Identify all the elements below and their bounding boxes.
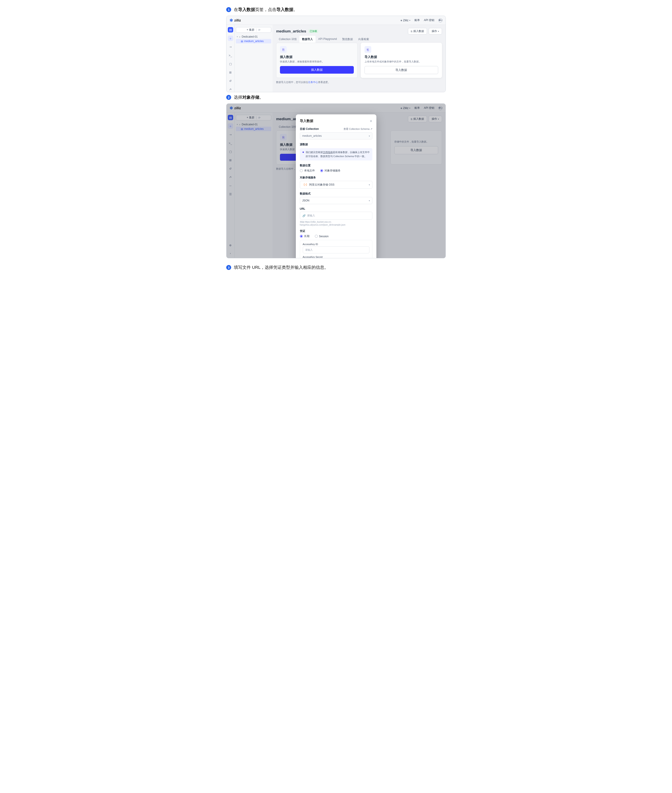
user-menu[interactable]: �ᐯ — [438, 18, 442, 22]
link-icon: 🔗 — [302, 214, 306, 217]
chevron-down-icon: ▾ — [369, 184, 370, 186]
credentials-box: AccessKey ID 请输入 AccessKey Secret 请输入 如何… — [300, 240, 372, 258]
info-icon — [302, 152, 304, 153]
rail-code-icon[interactable]: >_ — [228, 53, 233, 58]
chevron-down-icon: ▾ — [369, 199, 370, 202]
chevron-down-icon: ▾ — [438, 30, 439, 32]
brand-icon: ✻ — [230, 18, 233, 23]
step-3-heading: 3 填写文件 URL，选择凭证类型并输入相应的信息。 — [224, 264, 448, 271]
target-collection-label: 目标 Collection — [300, 127, 319, 131]
view-schema-link[interactable]: 查看 Collection Schema ↗ — [344, 127, 372, 131]
credentials-radio: 长期 Session — [300, 234, 372, 238]
alicloud-icon: 〔-〕 — [302, 183, 309, 186]
info-banner: 我们建议您根据文档指南提前准备数据，以确保上传文件中的字段名称、数据类型与 Co… — [300, 148, 372, 160]
card-title: 插入数据 — [280, 55, 354, 59]
external-link-icon: ↗ — [370, 128, 372, 130]
data-location-label: 数据位置 — [300, 163, 372, 167]
add-cluster-button[interactable]: + 集群 ⟳ — [236, 27, 271, 33]
accesskey-id-label: AccessKey ID — [303, 243, 370, 245]
import-note: 数据导入过程中，您可以前往任务中心查看进度。 — [276, 80, 442, 84]
doc-guide-link[interactable]: 文档指南 — [323, 151, 333, 154]
topbar: ✻ zilliz ⎈ Zilliz ▾ 账单 API 密钥 �ᐯ — [226, 16, 446, 25]
rail-user-icon[interactable]: ዶ — [228, 87, 233, 92]
rail-vector-icon[interactable]: ⟐ — [228, 35, 233, 41]
step-badge: 3 — [226, 265, 231, 270]
tabs: Collection 详情 数据导入 API Playground 预览数据 向… — [276, 36, 442, 43]
accesskey-id-input[interactable]: 请输入 — [303, 247, 370, 253]
step-3-text: 填写文件 URL，选择凭证类型并输入相应的信息。 — [234, 264, 328, 271]
url-label: URL — [300, 207, 372, 210]
chevron-down-icon: ▾ — [369, 135, 370, 137]
apikey-link[interactable]: API 密钥 — [424, 18, 434, 22]
status-badge: 已加载 — [308, 29, 318, 33]
step-1-text: 在导入数据页签，点击导入数据。 — [234, 7, 298, 13]
brand-text: zilliz — [234, 19, 241, 22]
cluster-node[interactable]: ▾ ⟐ Dedicated-01 — [236, 34, 271, 39]
operations-button[interactable]: 操作 ▾ — [429, 28, 442, 34]
left-rail: ▤ ⟐ ⇢ >_ ▢ ⊞ ↺ ዶ — [226, 25, 235, 92]
card-insert-button[interactable]: 插入数据 — [280, 66, 354, 74]
data-location-radio: 本地文件 对象存储服务 — [300, 169, 372, 173]
import-data-card: ⎗ 导入数据 上传本地文件或对象存储中的文件，批量导入数据。 导入数据 — [361, 43, 442, 78]
insert-data-button[interactable]: ⎘ 插入数据 — [408, 28, 427, 34]
step-2-text: 选择对象存储。 — [234, 95, 264, 100]
tab-api-playground[interactable]: API Playground — [315, 36, 339, 43]
main-content: medium_articles 已加载 ⎘ 插入数据 操作 ▾ — [272, 25, 446, 92]
card-title: 导入数据 — [365, 55, 438, 59]
org-selector[interactable]: ⎈ Zilliz ▾ — [400, 19, 410, 22]
tab-preview[interactable]: 预览数据 — [339, 36, 355, 43]
task-center-link[interactable]: 任务中心 — [308, 81, 318, 83]
import-modal: 导入数据 ✕ 目标 Collection 查看 Collection Schem… — [296, 114, 376, 258]
screenshot-1: ✻ zilliz ⎈ Zilliz ▾ 账单 API 密钥 �ᐯ ▤ ⟐ ⇢ >… — [226, 16, 446, 92]
collection-node[interactable]: ▤ medium_articles — [236, 39, 271, 43]
insert-data-card: ⎘ 插入数据 快速插入数据，体验搜索和查询等操作。 插入数据 — [276, 43, 358, 78]
step-2-heading: 2 选择对象存储。 — [224, 95, 448, 100]
tab-import[interactable]: 数据导入 — [299, 36, 315, 43]
step-1-heading: 1 在导入数据页签，点击导入数据。 — [224, 7, 448, 13]
step-badge: 2 — [226, 95, 231, 100]
accesskey-secret-label: AccessKey Secret — [303, 256, 370, 258]
collection-title: medium_articles — [276, 29, 306, 34]
insert-card-icon: ⎘ — [280, 46, 286, 53]
rail-pipeline-icon[interactable]: ⇢ — [228, 44, 233, 50]
card-desc: 快速插入数据，体验搜索和查询等操作。 — [280, 60, 354, 63]
radio-longterm[interactable]: 长期 — [300, 234, 309, 238]
target-collection-select[interactable]: medium_articles ▾ — [300, 132, 372, 139]
source-data-label: 源数据 — [300, 143, 372, 146]
screenshot-2: ✻ zilliz ⎈ Zilliz ▾ 账单 API 密钥 �ᐯ ▤ ⟐ ⇢ >… — [226, 103, 446, 258]
modal-title: 导入数据 — [300, 119, 313, 123]
card-import-button[interactable]: 导入数据 — [365, 66, 438, 74]
data-format-select[interactable]: JSON ▾ — [300, 197, 372, 204]
radio-object-storage[interactable]: 对象存储服务 — [320, 169, 341, 173]
billing-link[interactable]: 账单 — [414, 18, 420, 22]
insert-icon: ⎘ — [411, 30, 413, 33]
rail-history-icon[interactable]: ↺ — [228, 78, 233, 83]
step-badge: 1 — [226, 7, 231, 12]
rail-database-icon[interactable]: ▤ — [228, 27, 233, 32]
refresh-icon[interactable]: ⟳ — [256, 29, 261, 32]
chevron-down-icon: ▾ — [237, 35, 238, 38]
tab-details[interactable]: Collection 详情 — [276, 36, 299, 43]
import-card-icon: ⎗ — [365, 46, 371, 53]
tab-search[interactable]: 向量检索 — [355, 36, 372, 43]
url-input[interactable]: 🔗 请输入 — [300, 212, 372, 219]
cluster-icon: ⟐ — [239, 35, 240, 38]
storage-service-select[interactable]: 〔-〕 阿里云对象存储 OSS ▾ — [300, 181, 372, 189]
collection-icon: ▤ — [241, 40, 243, 43]
radio-local-file[interactable]: 本地文件 — [300, 169, 315, 173]
rail-doc-icon[interactable]: ▢ — [228, 61, 233, 66]
card-desc: 上传本地文件或对象存储中的文件，批量导入数据。 — [365, 60, 438, 63]
cluster-tree: + 集群 ⟳ ▾ ⟐ Dedicated-01 ▤ medium_article… — [235, 25, 272, 92]
credentials-label: 凭证 — [300, 229, 372, 233]
radio-session[interactable]: Session — [315, 235, 329, 238]
close-icon[interactable]: ✕ — [370, 119, 372, 123]
chevron-down-icon: ▾ — [409, 19, 410, 21]
data-format-label: 数据格式 — [300, 192, 372, 195]
import-modal-overlay: 导入数据 ✕ 目标 Collection 查看 Collection Schem… — [226, 104, 446, 258]
rail-add-icon[interactable]: ⊞ — [228, 70, 233, 75]
url-hint: 例如 https://zilliz_bucket.oss-cn-hangzhou… — [300, 221, 372, 226]
brand[interactable]: ✻ zilliz — [230, 18, 241, 23]
org-icon: ⎈ — [400, 19, 402, 22]
object-storage-label: 对象存储服务 — [300, 176, 372, 179]
